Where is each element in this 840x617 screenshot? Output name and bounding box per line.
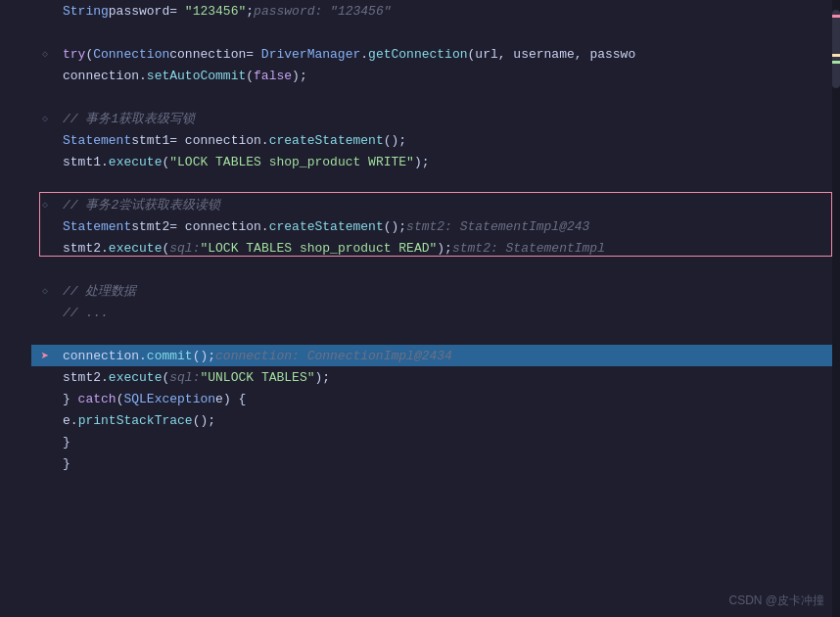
code-line: stmt2.execute( sql: "LOCK TABLES shop_pr… [31,237,840,259]
code-line: Statement stmt2 = connection.createState… [31,215,840,237]
line-content: } [63,435,832,450]
line-content: connection.setAutoCommit(false); [63,69,832,83]
line-content: } catch (SQLException e) { [63,392,832,406]
scrollbar[interactable] [832,0,840,617]
code-line: ◇ try (Connection connection = DriverMan… [31,43,840,65]
code-line: ◇ // 处理数据 [31,280,840,302]
line-content: e.printStackTrace(); [63,413,832,428]
line-content: try (Connection connection = DriverManag… [63,47,832,62]
gutter [0,0,31,617]
code-line: stmt2.execute( sql: "UNLOCK TABLES"); [31,366,840,388]
code-area: String password = "123456"; password: "1… [31,0,840,617]
line-content: // 处理数据 [63,282,832,300]
line-content [63,262,832,277]
code-line: } catch (SQLException e) { [31,388,840,409]
line-content: // ... [63,306,832,320]
code-line: e.printStackTrace(); [31,409,840,431]
line-content: // 事务2尝试获取表级读锁 [63,196,832,214]
code-line [31,22,840,43]
code-line: ➤ connection.commit(); connection: Conne… [31,345,840,366]
line-content: String password = "123456"; password: "1… [63,4,832,19]
code-line: connection.setAutoCommit(false); [31,65,840,86]
breakpoint-icon: ◇ [42,200,48,211]
code-line: } [31,452,840,474]
watermark: CSDN @皮卡冲撞 [728,593,824,609]
breakpoint-icon: ◇ [42,114,48,124]
line-content: stmt2.execute( sql: "LOCK TABLES shop_pr… [63,241,832,256]
line-content [63,176,832,191]
code-line: } [31,431,840,452]
line-content: Statement stmt1 = connection.createState… [63,133,832,148]
line-content: // 事务1获取表级写锁 [63,110,832,127]
code-line: stmt1.execute("LOCK TABLES shop_product … [31,151,840,172]
code-line: Statement stmt1 = connection.createState… [31,129,840,151]
line-content [63,327,832,342]
current-line-icon: ➤ [41,349,49,364]
breakpoint-icon: ◇ [42,286,48,297]
code-line: // ... [31,302,840,323]
line-content: connection.commit(); connection: Connect… [63,349,832,363]
breakpoint-icon: ◇ [42,49,48,60]
line-content [63,90,832,105]
code-line [31,172,840,194]
code-line [31,259,840,280]
code-line: ◇ // 事务2尝试获取表级读锁 [31,194,840,215]
code-line [31,86,840,108]
line-content: stmt1.execute("LOCK TABLES shop_product … [63,155,832,169]
line-content: stmt2.execute( sql: "UNLOCK TABLES"); [63,370,832,385]
code-line: ◇ // 事务1获取表级写锁 [31,108,840,129]
line-content: } [63,456,832,471]
code-line: String password = "123456"; password: "1… [31,0,840,22]
line-content [63,25,832,40]
code-editor: String password = "123456"; password: "1… [0,0,840,617]
line-content: Statement stmt2 = connection.createState… [63,219,832,234]
code-line [31,323,840,345]
